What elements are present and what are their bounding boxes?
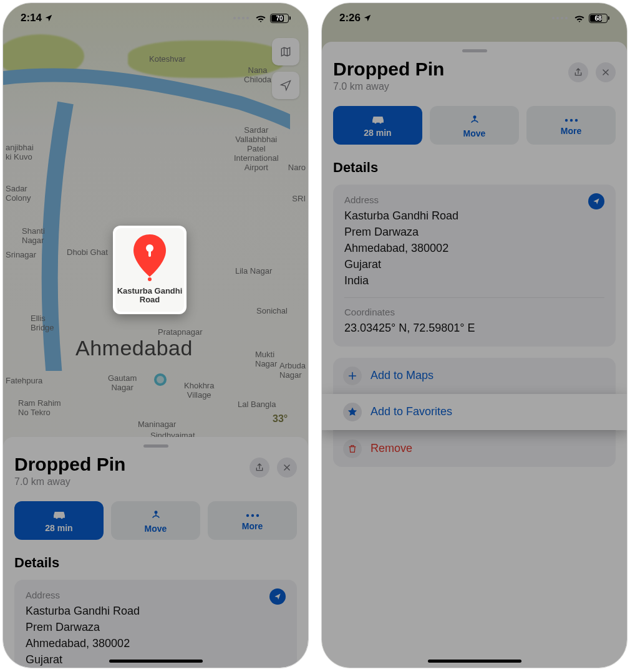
details-heading: Details — [333, 160, 616, 176]
share-button[interactable] — [568, 62, 588, 82]
dropped-pin-preview[interactable]: Kasturba Gandhi Road — [113, 226, 187, 314]
wifi-icon — [255, 14, 266, 22]
map-label: Dhobi Ghat — [67, 247, 108, 257]
sheet-grabber[interactable] — [462, 49, 487, 52]
address-line: Kasturba Gandhi Road — [344, 208, 604, 224]
move-label: Move — [145, 524, 167, 534]
address-line: Prem Darwaza — [26, 619, 286, 635]
move-label: Move — [463, 128, 486, 138]
svg-point-4 — [246, 514, 248, 517]
more-label: More — [242, 521, 263, 531]
pin-label: Kasturba Gandhi Road — [115, 287, 184, 305]
star-icon — [343, 403, 362, 421]
remove-row[interactable]: Remove — [333, 430, 616, 467]
map-label: Pratapnagar — [158, 327, 203, 337]
action-row: 28 min Move More — [14, 501, 297, 540]
add-to-maps-label: Add to Maps — [371, 369, 434, 382]
drive-time: 28 min — [364, 128, 391, 138]
page-dots — [233, 17, 249, 19]
add-to-maps-row[interactable]: Add to Maps — [333, 358, 616, 394]
details-heading: Details — [14, 555, 297, 571]
sheet-grabber[interactable] — [143, 444, 168, 448]
sheet-subtitle: 7.0 km away — [333, 81, 444, 92]
add-to-favorites-row[interactable]: Add to Favorites — [321, 394, 628, 430]
map-label: Mukti Nagar — [255, 350, 277, 368]
map-label: Nana Chiloda — [244, 65, 271, 84]
move-pin-button[interactable]: Move — [430, 106, 519, 145]
location-services-icon — [44, 14, 53, 22]
coordinates-label: Coordinates — [344, 307, 604, 317]
directions-badge[interactable] — [588, 193, 604, 209]
sheet-subtitle: 7.0 km away — [14, 476, 125, 487]
svg-point-7 — [473, 115, 476, 118]
battery-indicator: 68 — [589, 14, 609, 23]
svg-point-3 — [154, 511, 157, 514]
more-icon — [564, 115, 579, 125]
map-label: Sardar Vallabhbhai Patel International A… — [234, 125, 279, 172]
directions-button[interactable]: 28 min — [333, 106, 422, 145]
address-card: Address Kasturba Gandhi Road Prem Darwaz… — [14, 580, 297, 668]
share-button[interactable] — [250, 458, 269, 478]
close-button[interactable] — [596, 62, 616, 82]
locate-me-button[interactable] — [272, 72, 299, 99]
move-pin-icon — [150, 508, 162, 522]
map-label: Naro — [288, 163, 306, 172]
page-dots — [552, 17, 568, 19]
location-services-icon — [363, 14, 372, 22]
action-row: 28 min Move More — [333, 106, 616, 145]
svg-point-5 — [251, 514, 253, 517]
svg-rect-1 — [148, 248, 151, 257]
car-icon — [51, 509, 67, 522]
address-line: Kasturba Gandhi Road — [26, 603, 286, 619]
more-icon — [245, 510, 260, 520]
address-line: India — [344, 272, 604, 289]
phone-left: 2:14 70 Ahmedabad Koteshvar Nana Chiloda… — [2, 2, 309, 668]
drive-time: 28 min — [45, 523, 72, 533]
map-label: Sonichal — [256, 306, 288, 315]
map-label: Arbuda Nagar — [279, 361, 306, 380]
svg-point-9 — [569, 119, 572, 122]
status-bar: 2:14 70 — [3, 3, 308, 33]
map-label: Khokhra Village — [184, 381, 214, 400]
map-label: Gautam Nagar — [108, 373, 137, 392]
directions-badge[interactable] — [269, 588, 286, 605]
address-line: Prem Darwaza — [344, 224, 604, 240]
map-label: Maninagar — [138, 420, 176, 429]
map-label: Srinagar — [6, 250, 36, 259]
map-mode-button[interactable] — [272, 38, 299, 65]
battery-indicator: 70 — [270, 14, 291, 23]
place-sheet[interactable]: Dropped Pin 7.0 km away 28 min Move — [3, 437, 308, 668]
city-label: Ahmedabad — [75, 336, 193, 360]
home-indicator[interactable] — [109, 660, 203, 663]
coordinates-value: 23.03425° N, 72.59801° E — [344, 320, 604, 336]
map-label: Ram Rahim No Tekro — [18, 398, 61, 417]
pin-icon — [131, 232, 168, 284]
status-bar: 2:26 68 — [322, 3, 627, 33]
map-label: Ellis Bridge — [31, 314, 54, 332]
more-button[interactable]: More — [526, 106, 616, 145]
current-location-dot — [154, 373, 167, 386]
close-button[interactable] — [277, 458, 297, 478]
map-label: Koteshvar — [149, 54, 186, 64]
trash-icon — [343, 439, 362, 458]
more-button[interactable]: More — [208, 501, 297, 540]
status-time: 2:14 — [21, 12, 42, 24]
svg-point-10 — [574, 119, 577, 122]
address-line: Ahmedabad, 380002 — [344, 240, 604, 256]
more-label: More — [561, 126, 581, 136]
map-label: anjibhai ki Kuvo — [6, 143, 34, 161]
actions-list: Add to Maps Add to Favorites Remove — [333, 358, 616, 467]
map-label: SRI — [292, 194, 306, 203]
phone-right: 2:26 68 Dropped Pin 7.0 km away — [321, 2, 628, 668]
move-pin-icon — [468, 113, 481, 127]
address-line: Gujarat — [344, 256, 604, 272]
car-icon — [370, 113, 386, 127]
place-sheet-expanded[interactable]: Dropped Pin 7.0 km away 28 min Move — [322, 42, 627, 668]
directions-button[interactable]: 28 min — [14, 501, 104, 540]
address-line: Ahmedabad, 380002 — [26, 635, 286, 651]
move-pin-button[interactable]: Move — [111, 501, 200, 540]
home-indicator[interactable] — [428, 660, 521, 663]
address-label: Address — [26, 590, 286, 600]
svg-point-6 — [256, 514, 258, 517]
map-label: Shanti Nagar — [22, 226, 45, 245]
